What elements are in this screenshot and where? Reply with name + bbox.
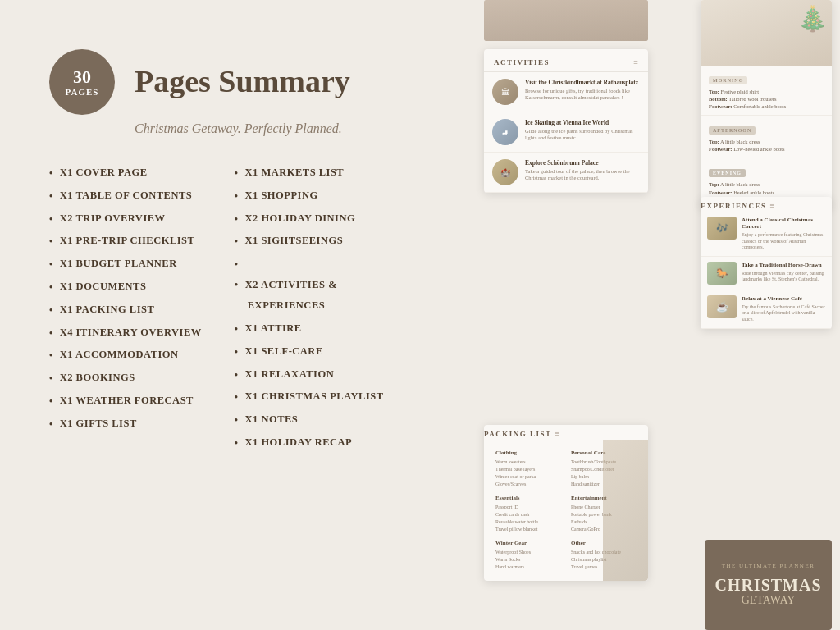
evening-label: EVENING <box>709 169 746 177</box>
top-photo-strip <box>484 0 648 41</box>
packing-card: PACKING LIST ≡ Clothing Warm sweatersThe… <box>484 425 648 581</box>
badge-label: PAGES <box>66 88 99 97</box>
exp-title-1: Attend a Classical Christmas Concert <box>742 217 825 231</box>
activity-thumb-1: 🏛 <box>492 79 518 105</box>
badge-number: 30 <box>73 68 91 86</box>
cat-title-winter: Winter Gear <box>495 540 561 546</box>
exp-desc-2: Ride through Vienna's city center, passi… <box>742 271 825 284</box>
list-item: X1 HOLIDAY RECAP <box>235 436 384 450</box>
list-item: X1 NOTES <box>235 413 384 427</box>
cat-title-essentials: Essentials <box>495 495 561 501</box>
main-container: 30 PAGES Pages Summary Christmas Getaway… <box>0 0 840 630</box>
packing-header: PACKING LIST ≡ <box>484 425 648 440</box>
page-title: Pages Summary <box>135 65 350 99</box>
activity-title-2: Ice Skating at Vienna Ice World <box>525 119 640 126</box>
cat-items-winter: Waterproof ShoesWarm SocksHand warmers <box>495 549 561 571</box>
list-item: X2 HOLIDAY DINING <box>235 212 384 226</box>
list-item: X1 RELAXATION <box>235 368 384 382</box>
christmas-title-line1: CHRISTMAS <box>714 576 821 594</box>
activity-thumb-3: 🏰 <box>492 159 518 185</box>
packing-winter: Winter Gear Waterproof ShoesWarm SocksHa… <box>491 536 566 574</box>
outfit-afternoon: AFTERNOON Top: A little black dress Foot… <box>701 116 832 158</box>
activity-item-2: ⛸ Ice Skating at Vienna Ice World Glide … <box>484 112 648 153</box>
outfit-top-image: 🎄 <box>701 0 832 66</box>
activities-title: ACTIVITIES <box>494 58 550 66</box>
activity-thumb-2: ⛸ <box>492 119 518 145</box>
activities-card-header: ACTIVITIES ≡ <box>484 49 648 72</box>
activity-text-2: Ice Skating at Vienna Ice World Glide al… <box>525 119 640 142</box>
list-item: X1 SELF-CARE <box>235 345 384 359</box>
subtitle: Christmas Getaway. Perfectly Planned. <box>135 121 443 136</box>
pages-list: X1 COVER PAGE X1 TABLE OF CONTENTS X2 TR… <box>49 166 443 450</box>
exp-thumb-3: ☕ <box>707 295 737 318</box>
activity-item-1: 🏛 Visit the Christkindlmarkt at Rathausp… <box>484 72 648 112</box>
afternoon-label: AFTERNOON <box>709 126 756 135</box>
activity-text-3: Explore Schönbrunn Palace Take a guided … <box>525 159 640 182</box>
list-item: X1 ACCOMMODATION <box>49 348 202 363</box>
list-item: X2 BOOKINGS <box>49 371 202 386</box>
packing-title: PACKING LIST <box>484 430 552 438</box>
exp-text-3: Relax at a Viennese Café Try the famous … <box>742 295 825 323</box>
cat-items-clothing: Warm sweatersThermal base layersWinter c… <box>495 459 561 488</box>
title-block: Pages Summary <box>135 65 350 99</box>
christmas-getaway-card: THE ULTIMATE PLANNER CHRISTMAS GETAWAY <box>705 540 832 630</box>
afternoon-detail: Top: A little black dress Footwear: Low-… <box>709 138 824 153</box>
list-item: X1 BUDGET PLANNER <box>49 257 202 272</box>
exp-thumb-1: 🎶 <box>707 217 737 240</box>
exp-desc-3: Try the famous Sachertorte at Café Sache… <box>742 304 825 323</box>
left-panel: 30 PAGES Pages Summary Christmas Getaway… <box>0 0 476 630</box>
list-item: X1 GIFTS LIST <box>49 417 202 431</box>
activity-text-1: Visit the Christkindlmarkt at Rathauspla… <box>525 79 640 102</box>
activity-desc-3: Take a guided tour of the palace, then b… <box>525 168 640 182</box>
list-item: X1 WEATHER FORECAST <box>49 394 202 409</box>
outfit-card: 🎄 MORNING Top: Festive plaid shirt Botto… <box>701 0 832 209</box>
exp-thumb-2: 🐎 <box>707 262 737 285</box>
exp-title-2: Take a Traditional Horse-Drawn <box>742 262 825 268</box>
exp-desc-1: Enjoy a performance featuring Christmas … <box>742 232 825 251</box>
activity-title-3: Explore Schönbrunn Palace <box>525 159 640 167</box>
list-item: X2 TRIP OVERVIEW <box>49 212 202 226</box>
experiences-card: EXPERIENCES ≡ 🎶 Attend a Classical Chris… <box>701 197 832 329</box>
cat-title-clothing: Clothing <box>495 450 561 456</box>
morning-label: MORNING <box>709 76 747 84</box>
list-item: X1 SHOPPING <box>235 189 384 203</box>
list-item: X1 MARKETS LIST <box>235 166 384 180</box>
activity-desc-1: Browse for unique gifts, try traditional… <box>525 88 640 102</box>
exp-text-1: Attend a Classical Christmas Concert Enj… <box>742 217 825 251</box>
experiences-title: EXPERIENCES <box>701 202 767 210</box>
experiences-header: EXPERIENCES ≡ <box>701 197 832 212</box>
exp-text-2: Take a Traditional Horse-Drawn Ride thro… <box>742 262 825 283</box>
menu-icon: ≡ <box>633 57 638 66</box>
list-item: •X2 ACTIVITIES & EXPERIENCES <box>235 257 384 313</box>
christmas-small-label: THE ULTIMATE PLANNER <box>722 563 815 569</box>
exp-item-1: 🎶 Attend a Classical Christmas Concert E… <box>701 212 832 257</box>
list-item: X1 PRE-TRIP CHECKLIST <box>49 234 202 249</box>
list-item: X1 TABLE OF CONTENTS <box>49 189 202 203</box>
christmas-title-line2: GETAWAY <box>742 594 796 607</box>
right-panel: ACTIVITIES ≡ 🏛 Visit the Christkindlmark… <box>476 0 840 630</box>
activity-item-3: 🏰 Explore Schönbrunn Palace Take a guide… <box>484 153 648 193</box>
list-item: X1 COVER PAGE <box>49 166 202 180</box>
outfit-morning: MORNING Top: Festive plaid shirt Bottom:… <box>701 66 832 116</box>
right-column: X1 MARKETS LIST X1 SHOPPING X2 HOLIDAY D… <box>235 166 384 450</box>
activities-card: ACTIVITIES ≡ 🏛 Visit the Christkindlmark… <box>484 49 648 193</box>
header-section: 30 PAGES Pages Summary <box>49 49 443 115</box>
list-item: X1 DOCUMENTS <box>49 280 202 294</box>
list-item: X1 CHRISTMAS PLAYLIST <box>235 390 384 404</box>
activity-title-1: Visit the Christkindlmarkt at Rathauspla… <box>525 79 640 86</box>
list-item: X1 ATTIRE <box>235 322 384 336</box>
packing-essentials: Essentials Passport IDCredit cards cashR… <box>491 491 566 536</box>
left-column: X1 COVER PAGE X1 TABLE OF CONTENTS X2 TR… <box>49 166 202 450</box>
morning-detail: Top: Festive plaid shirt Bottom: Tailore… <box>709 88 824 110</box>
badge-circle: 30 PAGES <box>49 49 115 115</box>
packing-content: Clothing Warm sweatersThermal base layer… <box>484 440 648 581</box>
packing-menu-icon: ≡ <box>555 429 560 438</box>
packing-clothing: Clothing Warm sweatersThermal base layer… <box>491 446 566 491</box>
statue-overlay <box>603 440 648 581</box>
cat-items-essentials: Passport IDCredit cards cashReusable wat… <box>495 504 561 533</box>
list-item: X4 ITINERARY OVERVIEW <box>49 326 202 340</box>
exp-item-2: 🐎 Take a Traditional Horse-Drawn Ride th… <box>701 257 832 290</box>
activity-desc-2: Glide along the ice paths surrounded by … <box>525 128 640 142</box>
exp-title-3: Relax at a Viennese Café <box>742 295 825 302</box>
exp-item-3: ☕ Relax at a Viennese Café Try the famou… <box>701 290 832 329</box>
